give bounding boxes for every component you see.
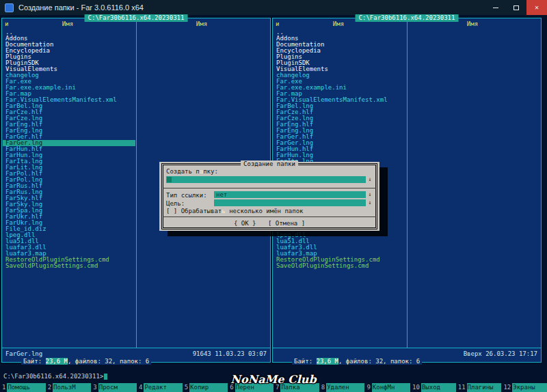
file-row[interactable]: FarCze.lng bbox=[3, 115, 135, 122]
file-row[interactable]: FarCze.lng bbox=[274, 115, 406, 122]
file-row[interactable]: Documentation bbox=[3, 42, 135, 48]
file-row[interactable]: lpeg.dll bbox=[274, 232, 406, 238]
file-row[interactable]: FarPol.lng bbox=[3, 177, 135, 183]
file-row[interactable]: SaveOldPluginSettings.cmd bbox=[274, 263, 406, 269]
file-row[interactable]: FarHun.hlf bbox=[3, 146, 135, 152]
link-type-label: Тип ссылки: bbox=[166, 192, 207, 199]
file-row[interactable]: Far.exe bbox=[274, 79, 406, 85]
file-row[interactable]: FarCze.hlf bbox=[3, 109, 135, 115]
fkey-button[interactable]: КонфМн bbox=[372, 383, 410, 392]
file-row[interactable]: FarSky.lng bbox=[3, 201, 135, 208]
file-row[interactable]: SaveOldPluginSettings.cmd bbox=[3, 263, 135, 269]
file-row[interactable]: luafar3.map bbox=[3, 251, 135, 257]
file-row[interactable]: luafar3.dll bbox=[274, 244, 406, 251]
file-row[interactable]: lpeg.dll bbox=[3, 232, 135, 238]
file-row[interactable]: FarEng.lng bbox=[274, 128, 406, 134]
file-row[interactable]: FarLit.lng bbox=[3, 165, 135, 171]
file-row[interactable]: FarBel.lng bbox=[274, 103, 406, 109]
file-row[interactable]: Far.exe.example.ini bbox=[274, 85, 406, 91]
panel-path[interactable]: C:\Far30b6116.x64.20230311 bbox=[85, 14, 188, 22]
file-row[interactable]: FarUkr.hlf bbox=[3, 214, 135, 220]
file-row[interactable]: lua51.dll bbox=[274, 238, 406, 244]
file-row[interactable]: FarRus.lng bbox=[3, 189, 135, 195]
far-manager-window: Создание папки - Far 3.0.6116.0 x64 ✕ C:… bbox=[0, 0, 547, 392]
create-folder-dialog: Создание папки Создать папку: ↓ Тип ссыл… bbox=[159, 162, 379, 231]
file-row[interactable]: RestoreOldPluginSettings.cmd bbox=[274, 257, 406, 263]
file-row[interactable]: FarSpa.lng bbox=[3, 208, 135, 214]
file-row[interactable]: Documentation bbox=[274, 42, 406, 48]
file-row[interactable]: Far.map bbox=[274, 91, 406, 97]
file-row[interactable]: Far.map bbox=[3, 91, 135, 97]
file-row[interactable]: Far.exe bbox=[3, 79, 135, 85]
maximize-button[interactable] bbox=[506, 0, 526, 15]
fkey-button[interactable]: Плагины bbox=[467, 383, 502, 392]
file-row[interactable]: PluginSDK bbox=[274, 60, 406, 66]
file-row[interactable]: FarGer.lng bbox=[274, 140, 406, 146]
file-row[interactable]: FarHun.hlf bbox=[274, 146, 406, 152]
file-row[interactable]: FarPol.hlf bbox=[3, 171, 135, 177]
file-row[interactable]: Plugins bbox=[274, 54, 406, 60]
file-row[interactable]: FarEng.hlf bbox=[274, 122, 406, 128]
fkey-button[interactable]: Редакт bbox=[144, 383, 182, 392]
file-row[interactable]: VisualElements bbox=[3, 66, 135, 72]
column-header-name: Имя bbox=[304, 21, 373, 27]
folder-name-input[interactable] bbox=[166, 176, 366, 183]
file-row[interactable]: VisualElements bbox=[274, 66, 406, 72]
minimize-button[interactable] bbox=[485, 0, 506, 15]
file-row[interactable]: FarHun.lng bbox=[274, 152, 406, 158]
file-row[interactable]: FarGer.lng bbox=[3, 140, 135, 146]
file-row[interactable]: File_id.diz bbox=[3, 226, 135, 232]
totals-size: 23,6 М bbox=[317, 358, 339, 365]
file-row[interactable]: Far.VisualElementsManifest.xml bbox=[3, 97, 135, 103]
file-row[interactable]: FarSky.hlf bbox=[3, 195, 135, 201]
file-row[interactable]: changelog bbox=[3, 72, 135, 79]
file-row[interactable]: FarEng.hlf bbox=[3, 122, 135, 128]
file-row[interactable]: Plugins bbox=[3, 54, 135, 60]
file-row[interactable]: FarHun.lng bbox=[3, 152, 135, 158]
file-row[interactable]: FarEng.lng bbox=[3, 128, 135, 134]
file-row[interactable]: changelog bbox=[274, 72, 406, 79]
file-row[interactable]: luafar3.dll bbox=[3, 244, 135, 251]
fkey-button[interactable]: ПользМ bbox=[53, 383, 91, 392]
file-row[interactable]: Encyclopedia bbox=[274, 48, 406, 54]
file-row[interactable]: Encyclopedia bbox=[3, 48, 135, 54]
history-dropdown-icon[interactable]: ↓ bbox=[367, 176, 373, 183]
command-prompt: C:\Far30b6116.x64.20230311> bbox=[3, 373, 103, 380]
fkey-button[interactable]: Выход bbox=[421, 383, 456, 392]
file-row[interactable]: RestoreOldPluginSettings.cmd bbox=[3, 257, 135, 263]
fkey-button[interactable]: Экраны bbox=[512, 383, 547, 392]
fkey-button[interactable]: Удален bbox=[326, 383, 364, 392]
combo-dropdown-icon[interactable]: ↓ bbox=[367, 191, 373, 198]
totals-prefix: Байт: bbox=[294, 358, 317, 365]
file-row[interactable]: FarCze.hlf bbox=[274, 109, 406, 115]
keybar-item: 8Удален bbox=[319, 383, 365, 392]
file-row[interactable]: .. bbox=[3, 29, 135, 36]
panel-path[interactable]: C:\Far30b6116.x64.20230311 bbox=[356, 14, 459, 22]
file-row[interactable]: .. bbox=[274, 29, 406, 36]
file-row[interactable]: Far.VisualElementsManifest.xml bbox=[274, 97, 406, 103]
fkey-number: 8 bbox=[319, 383, 326, 392]
ok-button[interactable]: { ОК } bbox=[234, 220, 256, 227]
file-row[interactable]: luafar3.map bbox=[274, 251, 406, 257]
cancel-button[interactable]: [ Отмена ] bbox=[268, 220, 305, 227]
file-row[interactable]: Addons bbox=[274, 36, 406, 42]
file-row[interactable]: FarGer.hlf bbox=[274, 134, 406, 140]
file-row[interactable]: PluginSDK bbox=[3, 60, 135, 66]
file-row[interactable]: FarGer.hlf bbox=[3, 134, 135, 140]
file-row[interactable]: FarIta.lng bbox=[3, 158, 135, 165]
multiple-names-checkbox[interactable]: [ ] Обрабатывать несколько имён папок bbox=[166, 208, 304, 214]
file-row[interactable]: Addons bbox=[3, 36, 135, 42]
history-dropdown-icon[interactable]: ↓ bbox=[367, 199, 373, 206]
link-type-combobox[interactable]: нет bbox=[214, 191, 366, 198]
fkey-button[interactable]: Копир bbox=[189, 383, 228, 392]
file-row[interactable]: FarUkr.lng bbox=[3, 220, 135, 226]
fkey-button[interactable]: Помощь bbox=[7, 383, 45, 392]
fkey-button[interactable]: Просм bbox=[98, 383, 137, 392]
command-line[interactable]: C:\Far30b6116.x64.20230311> bbox=[3, 373, 107, 380]
target-input[interactable] bbox=[214, 199, 366, 206]
file-row[interactable]: lua51.dll bbox=[3, 238, 135, 244]
file-row[interactable]: FarRus.hlf bbox=[3, 183, 135, 189]
close-button[interactable]: ✕ bbox=[526, 0, 547, 15]
file-row[interactable]: Far.exe.example.ini bbox=[3, 85, 135, 91]
file-row[interactable]: FarBel.lng bbox=[3, 103, 135, 109]
